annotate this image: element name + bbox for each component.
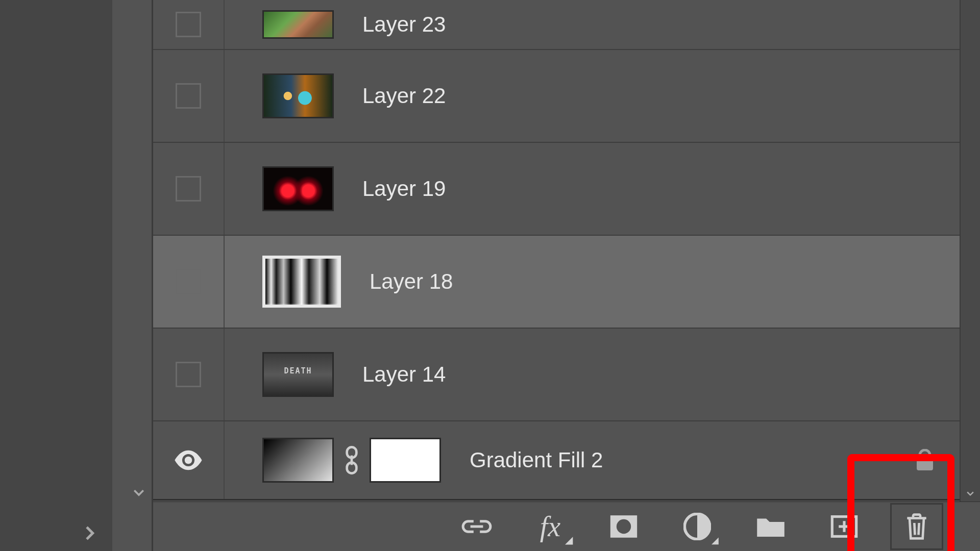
visibility-off-icon xyxy=(176,83,201,109)
lock-icon xyxy=(915,449,935,471)
layer-mask-thumbnail[interactable] xyxy=(370,438,441,483)
layer-row[interactable]: Layer 23 xyxy=(153,0,980,50)
visibility-toggle[interactable] xyxy=(153,236,225,328)
visibility-off-icon xyxy=(176,176,201,202)
visibility-toggle[interactable] xyxy=(153,421,225,499)
layer-name[interactable]: Gradient Fill 2 xyxy=(470,448,603,472)
visibility-off-icon xyxy=(176,269,201,294)
svg-point-0 xyxy=(185,457,192,464)
link-icon xyxy=(344,446,359,474)
link-layers-button[interactable] xyxy=(458,508,495,545)
scroll-down-icon[interactable] xyxy=(964,488,976,498)
layer-row[interactable]: Layer 14 xyxy=(153,329,980,421)
new-layer-icon xyxy=(830,514,859,539)
trash-icon xyxy=(904,512,929,541)
visibility-toggle[interactable] xyxy=(153,143,225,235)
new-adjustment-layer-button[interactable]: ◢ xyxy=(679,508,716,545)
mask-icon xyxy=(609,514,639,539)
layer-thumbnail[interactable] xyxy=(262,438,334,483)
left-dock-strip xyxy=(0,0,112,551)
new-layer-button[interactable] xyxy=(826,508,863,545)
layer-name[interactable]: Layer 18 xyxy=(370,269,453,294)
new-group-button[interactable] xyxy=(752,508,789,545)
dropdown-indicator-icon: ◢ xyxy=(565,535,573,545)
layer-thumbnail[interactable] xyxy=(262,256,341,308)
layer-thumbnail[interactable] xyxy=(262,352,334,397)
layer-name[interactable]: Layer 23 xyxy=(362,12,446,37)
layer-thumbnail[interactable] xyxy=(262,166,334,211)
layer-style-button[interactable]: fx ◢ xyxy=(532,508,569,545)
visibility-off-icon xyxy=(176,12,201,37)
panel-gutter xyxy=(112,0,153,551)
layer-name[interactable]: Layer 22 xyxy=(362,84,446,108)
visibility-off-icon xyxy=(176,362,201,387)
layer-row[interactable]: Layer 22 xyxy=(153,50,980,143)
add-mask-button[interactable] xyxy=(605,508,642,545)
scrollbar-vertical[interactable] xyxy=(960,0,980,502)
layers-panel-toolbar: fx ◢ ◢ xyxy=(153,502,980,551)
svg-line-12 xyxy=(914,523,915,535)
layer-thumbnail[interactable] xyxy=(262,10,334,39)
folder-icon xyxy=(756,514,786,539)
delete-layer-button[interactable] xyxy=(890,503,943,550)
layer-row[interactable]: Layer 19 xyxy=(153,143,980,236)
link-icon xyxy=(461,516,493,537)
svg-line-13 xyxy=(919,523,919,535)
eye-icon xyxy=(174,449,203,471)
layers-panel: Layer 23 Layer 22 Layer 19 xyxy=(153,0,980,551)
layer-row[interactable]: Gradient Fill 2 xyxy=(153,421,980,500)
layer-name[interactable]: Layer 19 xyxy=(362,177,446,201)
adjustment-icon xyxy=(683,513,711,540)
layer-name[interactable]: Layer 14 xyxy=(362,362,446,387)
expand-panel-icon[interactable] xyxy=(79,523,100,543)
visibility-toggle[interactable] xyxy=(153,329,225,420)
layer-row-selected[interactable]: Layer 18 xyxy=(153,236,980,329)
layer-thumbnail[interactable] xyxy=(262,73,334,118)
layers-list: Layer 23 Layer 22 Layer 19 xyxy=(153,0,980,502)
fx-icon: fx xyxy=(540,512,560,541)
visibility-toggle[interactable] xyxy=(153,50,225,142)
svg-rect-4 xyxy=(917,458,933,470)
visibility-toggle[interactable] xyxy=(153,0,225,49)
dropdown-indicator-icon: ◢ xyxy=(712,535,719,546)
svg-point-7 xyxy=(617,519,631,534)
